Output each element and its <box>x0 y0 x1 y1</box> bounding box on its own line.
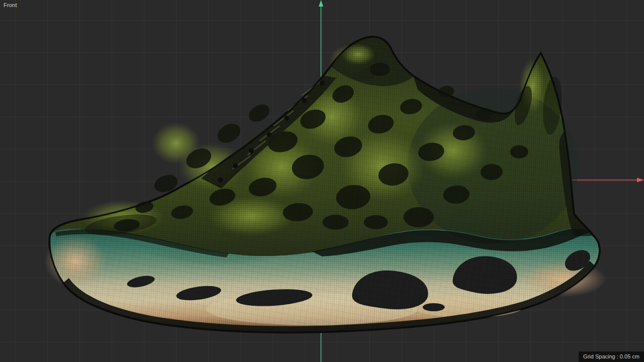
wireframe-overlay <box>50 37 599 332</box>
viewport[interactable]: Front Grid Spacing : 0.05 cm <box>0 0 644 362</box>
view-label: Front <box>4 2 17 8</box>
status-bar: Grid Spacing : 0.05 cm <box>579 351 644 362</box>
model-sneaker[interactable] <box>0 0 644 362</box>
grid-spacing-label: Grid Spacing : 0.05 cm <box>583 353 639 359</box>
